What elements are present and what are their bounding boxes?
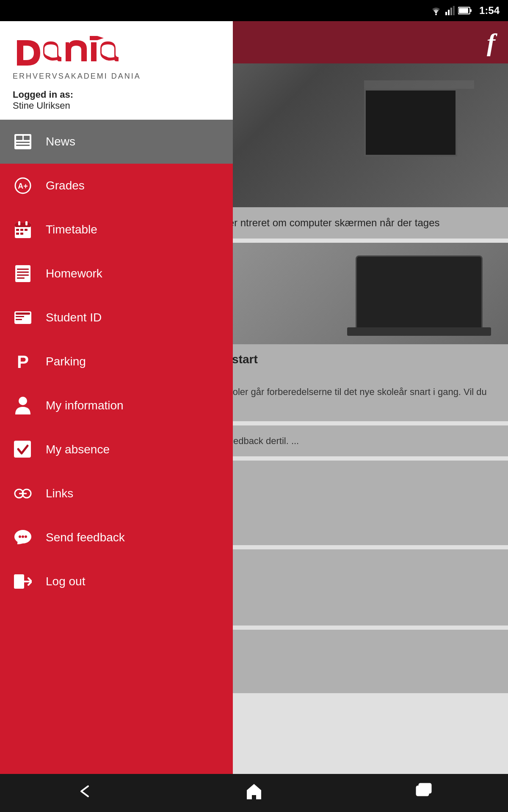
dania-logo (13, 34, 131, 72)
sidebar-item-homework[interactable]: Homework (0, 252, 233, 296)
svg-rect-6 (470, 9, 472, 12)
sidebar-item-send-feedback[interactable]: Send feedback (0, 516, 233, 560)
svg-rect-47 (419, 784, 431, 793)
signal-icon (445, 6, 455, 15)
svg-rect-7 (459, 8, 468, 13)
sidebar-item-grades[interactable]: A+ Grades (0, 164, 233, 208)
parking-icon: P (13, 351, 33, 372)
svg-marker-45 (247, 785, 261, 799)
sidebar-item-links-label: Links (46, 487, 73, 500)
svg-rect-2 (448, 10, 450, 15)
svg-rect-16 (15, 223, 31, 227)
svg-rect-3 (450, 8, 452, 15)
back-button[interactable] (64, 779, 106, 808)
svg-rect-9 (16, 136, 22, 140)
nav-list: News A+ Grades (0, 120, 233, 774)
wifi-icon (430, 6, 442, 15)
home-button[interactable] (233, 779, 275, 808)
svg-rect-26 (17, 272, 29, 273)
svg-point-40 (19, 535, 21, 538)
svg-rect-24 (15, 265, 30, 282)
svg-rect-23 (20, 233, 23, 235)
status-time: 1:54 (479, 5, 500, 16)
bottom-nav (0, 774, 508, 812)
sidebar-item-timetable[interactable]: Timetable (0, 208, 233, 252)
sidebar-item-studentid-label: Student ID (46, 311, 102, 324)
svg-rect-43 (14, 574, 24, 589)
sidebar-item-news[interactable]: News (0, 120, 233, 164)
sidebar-item-my-absence[interactable]: My absence (0, 428, 233, 472)
svg-rect-19 (16, 229, 19, 231)
sidebar-item-parking-label: Parking (46, 355, 86, 368)
sidebar-item-parking[interactable]: P Parking (0, 340, 233, 384)
status-bar: 1:54 (0, 0, 508, 21)
svg-rect-17 (18, 221, 20, 225)
svg-text:A+: A+ (18, 182, 28, 190)
news-icon (13, 132, 33, 152)
battery-icon (458, 6, 472, 15)
svg-rect-28 (17, 277, 25, 279)
svg-rect-35 (14, 441, 31, 458)
svg-rect-12 (24, 136, 30, 140)
sidebar-item-grades-label: Grades (46, 179, 85, 192)
sidebar-item-studentid[interactable]: Student ID (0, 296, 233, 340)
logout-icon (13, 571, 33, 592)
status-icons: 1:54 (430, 5, 500, 16)
grades-icon: A+ (13, 176, 33, 196)
svg-rect-25 (17, 269, 29, 270)
feedback-icon (13, 527, 33, 548)
logged-in-label: Logged in as: (13, 89, 220, 100)
svg-rect-11 (16, 145, 30, 146)
logo-subtitle: ERHVERVSAKADEMI DANIA (13, 72, 220, 81)
homework-icon (13, 263, 33, 284)
svg-rect-18 (25, 221, 28, 225)
svg-rect-22 (16, 233, 19, 235)
svg-rect-27 (17, 274, 29, 276)
svg-rect-21 (25, 229, 28, 231)
logged-in-user: Stine Ulriksen (13, 100, 220, 111)
sidebar-item-my-information-label: My information (46, 399, 124, 412)
svg-rect-10 (16, 142, 30, 143)
sidebar-item-links[interactable]: Links (0, 472, 233, 516)
recents-button[interactable] (402, 779, 444, 808)
sidebar-item-news-label: News (46, 135, 75, 148)
timetable-icon (13, 219, 33, 240)
sidebar-item-send-feedback-label: Send feedback (46, 531, 125, 544)
svg-text:P: P (17, 353, 29, 370)
sidebar-item-logout-label: Log out (46, 575, 85, 588)
svg-point-42 (25, 535, 27, 538)
sidebar-item-my-absence-label: My absence (46, 443, 110, 456)
sidebar-item-timetable-label: Timetable (46, 223, 97, 236)
sidebar-item-my-information[interactable]: My information (0, 384, 233, 428)
svg-rect-4 (453, 6, 455, 15)
info-icon (13, 395, 33, 416)
sidebar-item-homework-label: Homework (46, 267, 102, 280)
svg-rect-30 (16, 313, 30, 315)
sidebar-item-logout[interactable]: Log out (0, 560, 233, 604)
links-icon (13, 483, 33, 504)
svg-point-41 (22, 535, 24, 538)
svg-rect-1 (445, 12, 447, 15)
svg-point-34 (19, 397, 27, 405)
svg-point-0 (435, 14, 437, 15)
logo-area: ERHVERVSAKADEMI DANIA Logged in as: Stin… (0, 21, 233, 120)
facebook-icon[interactable]: f (487, 28, 495, 57)
svg-rect-20 (20, 229, 23, 231)
svg-rect-32 (16, 319, 22, 320)
drawer: ERHVERVSAKADEMI DANIA Logged in as: Stin… (0, 21, 233, 774)
studentid-icon (13, 307, 33, 328)
svg-rect-31 (16, 316, 24, 317)
absence-icon (13, 439, 33, 460)
